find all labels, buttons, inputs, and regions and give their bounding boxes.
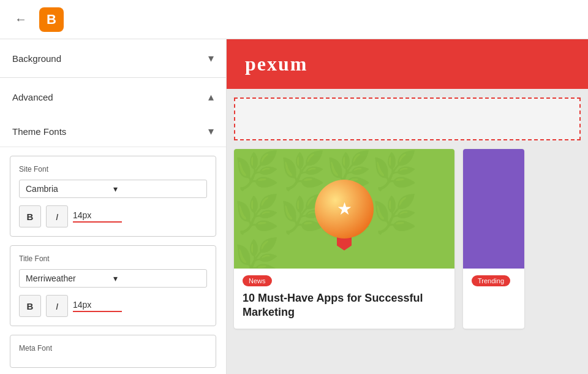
theme-fonts-row[interactable]: Theme Fonts ▾ (0, 116, 226, 147)
blog-title: pexum (245, 53, 307, 75)
site-font-box: Site Font Cambria ▾ B I (10, 156, 216, 237)
title-font-name: Merriweather (26, 273, 113, 283)
site-font-style-row: B I (19, 205, 207, 227)
right-preview-panel: pexum 🌿🌿🌿🌿🌿🌿🌿🌿🌿 ★ (227, 39, 588, 374)
background-chevron-icon: ▾ (208, 52, 214, 65)
site-font-label: Site Font (19, 165, 207, 174)
meta-font-label: Meta Font (19, 344, 207, 353)
site-font-name: Cambria (26, 184, 113, 194)
meta-font-box: Meta Font (10, 335, 216, 368)
blog-header: pexum (227, 39, 588, 89)
card-1-body: News 10 Must-Have Apps for Successful Ma… (234, 269, 454, 329)
theme-fonts-chevron-icon: ▾ (208, 124, 214, 138)
blogger-logo: B (39, 7, 64, 32)
background-section-header[interactable]: Background ▾ (0, 39, 226, 78)
medal-circle: ★ (320, 185, 369, 234)
title-font-italic-button[interactable]: I (46, 295, 68, 317)
cards-row: 🌿🌿🌿🌿🌿🌿🌿🌿🌿 ★ News 10 Must-Have Apps for S… (227, 149, 588, 329)
title-font-chevron-icon: ▾ (113, 273, 201, 283)
award-medal: ★ (320, 185, 369, 234)
title-font-label: Title Font (19, 254, 207, 263)
main-layout: Background ▾ Advanced ▴ Theme Fonts ▾ Si… (0, 39, 588, 374)
card-2-image (463, 149, 524, 269)
advanced-section-header[interactable]: Advanced ▴ (0, 78, 226, 116)
site-font-chevron-icon: ▾ (113, 184, 201, 194)
title-font-bold-button[interactable]: B (19, 295, 41, 317)
card-1: 🌿🌿🌿🌿🌿🌿🌿🌿🌿 ★ News 10 Must-Have Apps for S… (234, 149, 454, 329)
left-panel: Background ▾ Advanced ▴ Theme Fonts ▾ Si… (0, 39, 227, 374)
card-2: Trending (463, 149, 524, 329)
card-2-badge: Trending (472, 275, 510, 286)
site-font-size-input[interactable] (73, 210, 122, 223)
top-bar: ← B (0, 0, 588, 39)
title-font-select[interactable]: Merriweather ▾ (19, 269, 207, 288)
advanced-label: Advanced (12, 92, 53, 102)
card-2-body: Trending (463, 269, 524, 300)
site-font-italic-button[interactable]: I (46, 205, 68, 227)
dashed-placeholder (234, 97, 581, 140)
advanced-section: Advanced ▴ Theme Fonts ▾ Site Font Cambr… (0, 78, 226, 374)
title-font-size-input[interactable] (73, 300, 122, 312)
card-1-title: 10 Must-Have Apps for Successful Marketi… (243, 291, 446, 320)
theme-fonts-label: Theme Fonts (12, 126, 66, 137)
card-1-badge: News (243, 275, 272, 286)
background-label: Background (12, 53, 61, 64)
title-font-box: Title Font Merriweather ▾ B I (10, 245, 216, 326)
card-1-image: 🌿🌿🌿🌿🌿🌿🌿🌿🌿 ★ (234, 149, 454, 269)
site-font-select[interactable]: Cambria ▾ (19, 180, 207, 198)
site-font-bold-button[interactable]: B (19, 205, 41, 227)
title-font-style-row: B I (19, 295, 207, 317)
back-button[interactable]: ← (10, 9, 32, 31)
advanced-chevron-icon: ▴ (208, 90, 214, 104)
star-icon: ★ (337, 199, 352, 219)
